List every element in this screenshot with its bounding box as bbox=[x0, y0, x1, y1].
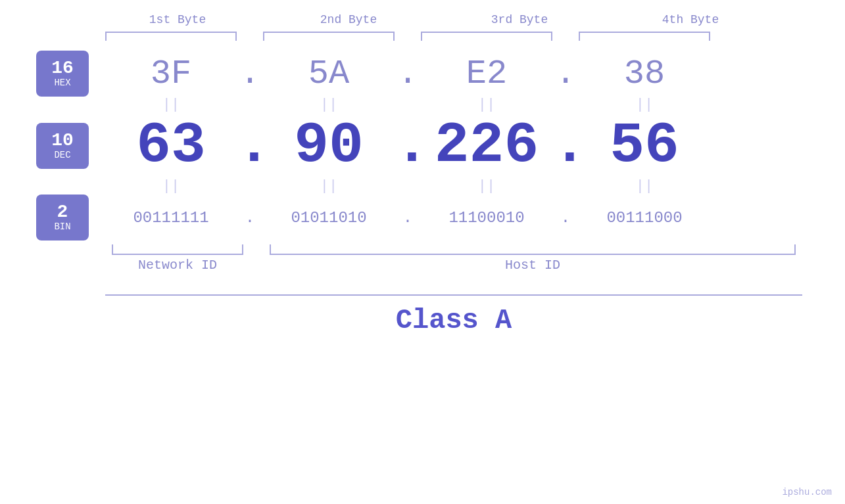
hex-sep-1: . bbox=[237, 55, 263, 93]
eq-4: || bbox=[579, 97, 710, 113]
dec-base-label: DEC bbox=[54, 150, 70, 160]
hex-row: 16 HEX 3F . 5A . E2 . 38 bbox=[20, 51, 825, 97]
eq-8: || bbox=[579, 178, 710, 195]
eq-row-2: || || || || bbox=[105, 178, 825, 195]
dec-badge-col: 10 DEC bbox=[20, 123, 105, 169]
dec-sep-3: . bbox=[552, 113, 579, 178]
dec-values: 63 . 90 . 226 . 56 bbox=[105, 113, 825, 178]
dec-val-1: 63 bbox=[105, 113, 237, 178]
dec-badge: 10 DEC bbox=[36, 123, 89, 169]
hex-badge: 16 HEX bbox=[36, 51, 89, 97]
eq-5: || bbox=[105, 178, 237, 195]
host-id-label: Host ID bbox=[270, 258, 796, 273]
bin-base-label: BIN bbox=[54, 221, 70, 232]
bin-base-number: 2 bbox=[57, 203, 68, 221]
bin-row: 2 BIN 00111111 . 01011010 . 11100010 . 0… bbox=[20, 195, 825, 241]
bracket-2 bbox=[263, 32, 395, 41]
main-layout: 1st Byte 2nd Byte 3rd Byte 4th Byte 16 H… bbox=[0, 0, 845, 336]
eq-2: || bbox=[263, 97, 395, 113]
eq-3: || bbox=[421, 97, 552, 113]
hex-badge-col: 16 HEX bbox=[20, 51, 105, 97]
eq-6: || bbox=[263, 178, 395, 195]
bin-val-2: 01011010 bbox=[263, 209, 395, 227]
byte-header-1: 1st Byte bbox=[105, 13, 250, 26]
bracket-3 bbox=[421, 32, 552, 41]
hex-base-number: 16 bbox=[51, 59, 74, 78]
bin-val-1: 00111111 bbox=[105, 209, 237, 227]
byte-header-3: 3rd Byte bbox=[447, 13, 592, 26]
bin-badge-col: 2 BIN bbox=[20, 195, 105, 241]
hex-sep-3: . bbox=[552, 55, 579, 93]
host-id-bracket bbox=[270, 244, 796, 255]
class-label: Class A bbox=[396, 305, 512, 336]
hex-base-label: HEX bbox=[54, 78, 70, 88]
bin-sep-3: . bbox=[552, 209, 579, 227]
eq-7: || bbox=[421, 178, 552, 195]
dec-sep-1: . bbox=[237, 113, 263, 178]
bin-sep-1: . bbox=[237, 209, 263, 227]
bin-val-3: 11100010 bbox=[421, 209, 552, 227]
dec-row: 10 DEC 63 . 90 . 226 . 56 bbox=[20, 113, 825, 178]
network-id-label: Network ID bbox=[112, 258, 243, 273]
bin-val-4: 00111000 bbox=[579, 209, 710, 227]
byte-header-2: 2nd Byte bbox=[276, 13, 421, 26]
bin-badge: 2 BIN bbox=[36, 195, 89, 241]
dec-val-3: 226 bbox=[421, 113, 552, 178]
watermark: ipshu.com bbox=[782, 487, 832, 497]
bin-sep-2: . bbox=[395, 209, 421, 227]
top-brackets bbox=[105, 32, 825, 41]
byte-headers: 1st Byte 2nd Byte 3rd Byte 4th Byte bbox=[105, 13, 825, 26]
dec-val-4: 56 bbox=[579, 113, 710, 178]
dec-val-2: 90 bbox=[263, 113, 395, 178]
bin-values: 00111111 . 01011010 . 11100010 . 0011100… bbox=[105, 209, 825, 227]
network-id-bracket bbox=[112, 244, 243, 255]
dec-base-number: 10 bbox=[51, 131, 74, 150]
hex-sep-2: . bbox=[395, 55, 421, 93]
eq-row-1: || || || || bbox=[105, 97, 825, 113]
bracket-1 bbox=[105, 32, 237, 41]
hex-values: 3F . 5A . E2 . 38 bbox=[105, 55, 825, 93]
eq-1: || bbox=[105, 97, 237, 113]
hex-val-4: 38 bbox=[579, 55, 710, 93]
byte-header-4: 4th Byte bbox=[618, 13, 763, 26]
hex-val-3: E2 bbox=[421, 55, 552, 93]
class-row: Class A bbox=[105, 294, 802, 336]
hex-val-1: 3F bbox=[105, 55, 237, 93]
dec-sep-2: . bbox=[395, 113, 421, 178]
hex-val-2: 5A bbox=[263, 55, 395, 93]
bracket-4 bbox=[579, 32, 710, 41]
